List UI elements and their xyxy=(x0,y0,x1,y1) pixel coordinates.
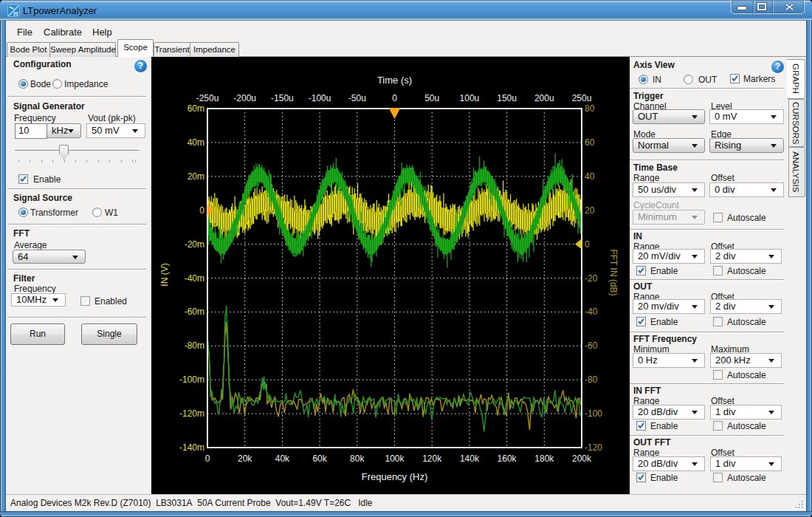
svg-text:60k: 60k xyxy=(312,453,327,464)
svg-text:-60m: -60m xyxy=(185,307,204,317)
svg-text:IN (V): IN (V) xyxy=(159,263,170,286)
svg-text:200k: 200k xyxy=(572,453,592,464)
svg-text:60m: 60m xyxy=(187,103,204,114)
svg-text:150u: 150u xyxy=(497,93,517,103)
svg-text:20m: 20m xyxy=(187,171,204,182)
svg-text:-250u: -250u xyxy=(196,93,219,103)
svg-text:20: 20 xyxy=(585,205,595,216)
svg-text:-40m: -40m xyxy=(185,273,204,284)
svg-text:80k: 80k xyxy=(350,453,365,464)
svg-text:250u: 250u xyxy=(572,93,592,103)
svg-text:40: 40 xyxy=(585,171,595,182)
svg-text:180k: 180k xyxy=(534,453,554,464)
svg-text:-100: -100 xyxy=(585,408,602,419)
svg-text:-100u: -100u xyxy=(309,93,331,103)
svg-text:FFT IN (dB): FFT IN (dB) xyxy=(608,249,619,295)
svg-text:-80: -80 xyxy=(585,374,598,385)
svg-text:0: 0 xyxy=(205,453,210,464)
svg-text:-140m: -140m xyxy=(179,442,204,453)
svg-text:Time (s): Time (s) xyxy=(377,75,412,86)
svg-text:40k: 40k xyxy=(275,453,290,464)
svg-text:140k: 140k xyxy=(460,453,480,464)
svg-text:Frequency (Hz): Frequency (Hz) xyxy=(362,471,428,482)
svg-text:100u: 100u xyxy=(460,93,480,103)
svg-text:60: 60 xyxy=(585,137,595,148)
svg-text:0: 0 xyxy=(199,205,204,216)
svg-text:-40: -40 xyxy=(585,307,598,317)
svg-text:20k: 20k xyxy=(238,453,252,464)
svg-text:0: 0 xyxy=(392,93,397,103)
svg-text:40m: 40m xyxy=(187,137,204,148)
svg-text:-50u: -50u xyxy=(348,93,366,103)
svg-text:-100m: -100m xyxy=(179,374,204,385)
svg-text:0: 0 xyxy=(585,239,590,250)
svg-text:-150u: -150u xyxy=(271,93,294,103)
svg-text:200u: 200u xyxy=(534,93,554,103)
svg-text:120k: 120k xyxy=(422,453,442,464)
svg-text:160k: 160k xyxy=(498,453,517,464)
svg-text:80: 80 xyxy=(585,103,595,114)
svg-text:100k: 100k xyxy=(385,453,405,464)
svg-text:50u: 50u xyxy=(424,93,439,103)
svg-text:-60: -60 xyxy=(585,340,598,351)
svg-text:-120m: -120m xyxy=(179,408,204,419)
svg-text:-120: -120 xyxy=(585,442,602,453)
svg-text:-20m: -20m xyxy=(185,239,204,250)
svg-text:-200u: -200u xyxy=(233,93,256,103)
svg-text:-20: -20 xyxy=(585,273,598,284)
svg-text:-80m: -80m xyxy=(185,340,204,351)
